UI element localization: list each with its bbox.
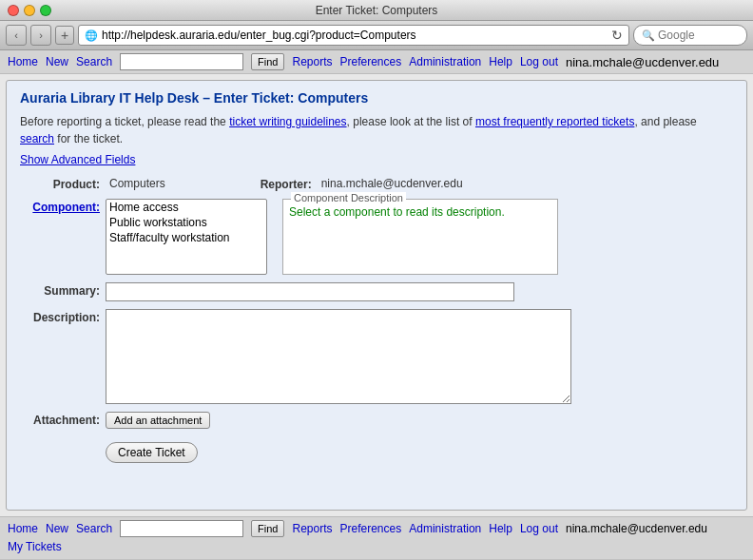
nav-search[interactable]: Search [76, 55, 112, 68]
window-controls[interactable] [8, 5, 51, 16]
browser-chrome: ‹ › + 🌐 ↻ 🔍 [0, 21, 753, 50]
intro-text-4: for the ticket. [54, 132, 123, 145]
nav-reports[interactable]: Reports [292, 55, 332, 68]
browser-search-bar: 🔍 [633, 25, 747, 46]
search-link[interactable]: search [20, 132, 54, 145]
new-tab-button[interactable]: + [55, 26, 74, 45]
nav-help[interactable]: Help [489, 55, 512, 68]
nav-search-input[interactable] [120, 53, 243, 70]
component-desc-label: Component Description [291, 192, 406, 203]
intro-text-1: Before reporting a ticket, please read t… [20, 115, 229, 128]
top-nav-bar: Home New Search Find Reports Preferences… [0, 50, 753, 74]
bottom-nav-row2: My Tickets [8, 540, 745, 553]
description-label: Description: [20, 309, 106, 324]
bottom-find-button[interactable]: Find [251, 520, 284, 537]
component-desc-container: Component Description Select a component… [282, 199, 558, 275]
nav-new[interactable]: New [46, 55, 68, 68]
bottom-nav-search[interactable]: Search [76, 522, 112, 535]
description-textarea[interactable] [106, 309, 571, 404]
form-section: Product: Computers Reporter: nina.mchale… [20, 176, 733, 463]
add-attachment-button[interactable]: Add an attachment [106, 412, 210, 429]
nav-find-button[interactable]: Find [251, 53, 284, 70]
intro-text-2: , please look at the list of [347, 115, 475, 128]
component-option-1[interactable]: Public workstations [106, 215, 266, 230]
summary-input[interactable] [106, 282, 514, 301]
nav-logout[interactable]: Log out [520, 55, 558, 68]
page-title: Auraria Library IT Help Desk – Enter Tic… [20, 90, 733, 106]
minimize-button[interactable] [24, 5, 35, 16]
intro-text-3: , and please [634, 115, 696, 128]
back-button[interactable]: ‹ [6, 25, 27, 46]
bottom-search-input[interactable] [120, 520, 243, 537]
bottom-nav-reports[interactable]: Reports [292, 522, 332, 535]
component-option-2[interactable]: Staff/faculty workstation [106, 230, 266, 245]
address-input[interactable] [102, 29, 608, 42]
nav-user: nina.mchale@ucdenver.edu [566, 55, 719, 69]
show-advanced-link[interactable]: Show Advanced Fields [20, 153, 733, 166]
bottom-nav-preferences[interactable]: Preferences [340, 522, 402, 535]
component-desc-box: Component Description Select a component… [282, 199, 558, 275]
maximize-button[interactable] [40, 5, 51, 16]
component-select[interactable]: Home access Public workstations Staff/fa… [106, 199, 267, 275]
summary-label: Summary: [20, 282, 106, 298]
main-area: Auraria Library IT Help Desk – Enter Tic… [6, 80, 747, 511]
summary-row: Summary: [20, 282, 733, 301]
title-bar: Enter Ticket: Computers [0, 0, 753, 21]
product-reporter-row: Product: Computers Reporter: nina.mchale… [20, 176, 733, 191]
attachment-label: Attachment: [20, 412, 106, 427]
bottom-nav-bar: Home New Search Find Reports Preferences… [0, 516, 753, 559]
reporter-value: nina.mchale@ucdenver.edu [321, 177, 463, 190]
attachment-row: Attachment: Add an attachment [20, 412, 733, 429]
component-desc-text: Select a component to read its descripti… [289, 205, 505, 219]
guidelines-link[interactable]: ticket writing guidelines [229, 115, 346, 128]
bottom-nav-row1: Home New Search Find Reports Preferences… [8, 520, 745, 537]
product-label: Product: [20, 176, 106, 191]
bottom-nav-administration[interactable]: Administration [409, 522, 481, 535]
address-bar: 🌐 ↻ [78, 25, 629, 46]
component-row: Component: Home access Public workstatio… [20, 199, 733, 275]
create-ticket-button[interactable]: Create Ticket [106, 442, 198, 463]
nav-preferences[interactable]: Preferences [340, 55, 402, 68]
nav-home[interactable]: Home [8, 55, 38, 68]
window-title: Enter Ticket: Computers [316, 4, 438, 17]
browser-window: Home New Search Find Reports Preferences… [0, 50, 753, 559]
bottom-my-tickets[interactable]: My Tickets [8, 540, 62, 553]
forward-button[interactable]: › [30, 25, 51, 46]
reporter-label: Reporter: [232, 176, 318, 191]
bottom-nav-new[interactable]: New [46, 522, 68, 535]
intro-text: Before reporting a ticket, please read t… [20, 113, 733, 147]
search-icon: 🔍 [642, 29, 655, 42]
bottom-nav-logout[interactable]: Log out [520, 522, 558, 535]
refresh-icon[interactable]: ↻ [611, 28, 623, 43]
page-content: Home New Search Find Reports Preferences… [0, 50, 753, 559]
create-ticket-section: Create Ticket [106, 436, 733, 463]
component-option-0[interactable]: Home access [106, 200, 266, 215]
favicon-icon: 🌐 [85, 29, 98, 42]
frequent-tickets-link[interactable]: most frequently reported tickets [475, 115, 634, 128]
nav-administration[interactable]: Administration [409, 55, 481, 68]
bottom-nav-help[interactable]: Help [489, 522, 512, 535]
bottom-nav-user: nina.mchale@ucdenver.edu [566, 522, 707, 535]
bottom-nav-home[interactable]: Home [8, 522, 38, 535]
browser-search-input[interactable] [658, 29, 734, 42]
component-label[interactable]: Component: [20, 199, 106, 214]
description-row: Description: [20, 309, 733, 404]
close-button[interactable] [8, 5, 19, 16]
product-value: Computers [109, 177, 165, 190]
